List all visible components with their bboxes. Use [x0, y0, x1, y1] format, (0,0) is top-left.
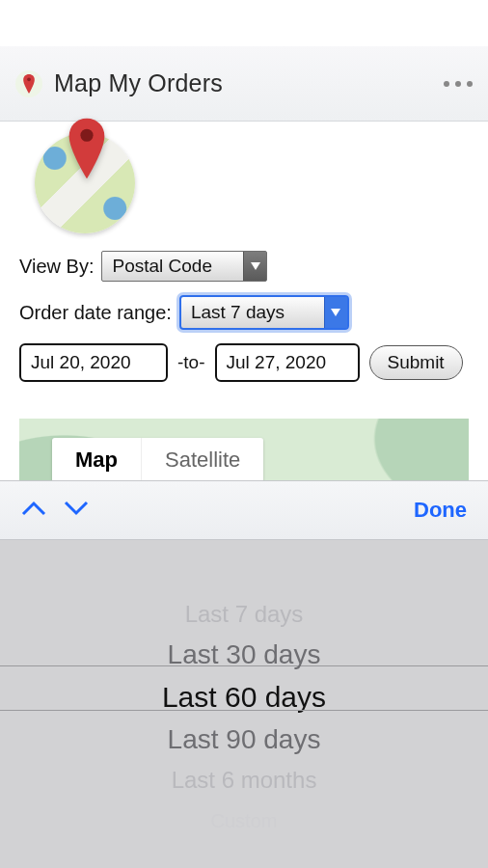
- picker-next-button[interactable]: [64, 501, 89, 520]
- view-by-select[interactable]: Postal Code: [101, 251, 267, 282]
- status-bar: [0, 0, 488, 46]
- picker-option[interactable]: Last 90 days: [168, 719, 321, 760]
- view-by-label: View By:: [19, 256, 94, 278]
- date-end-input[interactable]: Jul 27, 2020: [215, 343, 360, 382]
- picker-option[interactable]: Last 7 days: [185, 594, 304, 635]
- map-container[interactable]: Map Satellite: [19, 419, 469, 486]
- more-menu-button[interactable]: [444, 81, 473, 87]
- picker-option[interactable]: Custom: [211, 800, 278, 841]
- tab-map[interactable]: Map: [52, 438, 142, 482]
- chevron-down-icon: [243, 252, 266, 281]
- page-title: Map My Orders: [54, 69, 223, 97]
- view-by-value: Postal Code: [112, 256, 212, 277]
- chevron-down-icon: [324, 297, 347, 328]
- picker-toolbar: Done: [0, 480, 488, 540]
- tab-satellite[interactable]: Satellite: [142, 438, 263, 482]
- svg-point-0: [27, 77, 31, 81]
- map-type-tabs: Map Satellite: [52, 438, 263, 482]
- date-to-separator: -to-: [177, 352, 205, 373]
- app-header: Map My Orders: [0, 46, 488, 122]
- picker-option[interactable]: Last 60 days: [162, 675, 326, 719]
- order-date-range-value: Last 7 days: [191, 302, 285, 323]
- order-date-range-label: Order date range:: [19, 302, 172, 324]
- svg-point-1: [80, 129, 93, 142]
- picker-prev-button[interactable]: [21, 501, 46, 520]
- date-start-input[interactable]: Jul 20, 2020: [19, 343, 168, 382]
- picker-option[interactable]: Last 6 months: [172, 760, 317, 800]
- order-date-range-select[interactable]: Last 7 days: [179, 295, 349, 330]
- picker-done-button[interactable]: Done: [414, 498, 467, 523]
- submit-button[interactable]: Submit: [369, 345, 463, 380]
- picker-option[interactable]: Last 30 days: [168, 635, 321, 675]
- picker-wheel[interactable]: Last 7 daysLast 30 daysLast 60 daysLast …: [0, 540, 488, 868]
- app-icon: [15, 70, 42, 97]
- map-hero-icon: [35, 133, 135, 233]
